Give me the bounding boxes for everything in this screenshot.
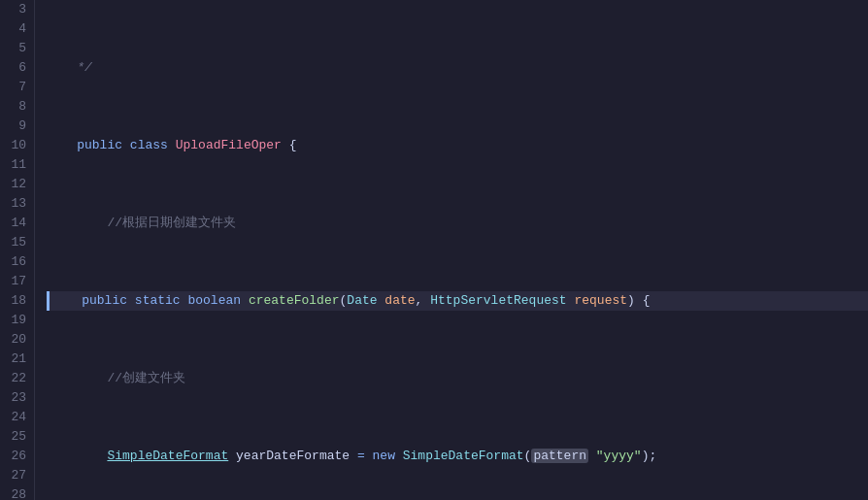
active-line-indicator [47,291,50,311]
code-line: //创建文件夹 [47,369,868,388]
code-line: //根据日期创建文件夹 [47,214,868,233]
code-lines: */ public class UploadFileOper { //根据日期创… [35,0,868,500]
code-line: public class UploadFileOper { [47,136,868,155]
line-numbers: 3 4 5 6 7 8 9 10 11 12 13 14 15 16 17 18… [0,0,35,500]
code-line-active: public static boolean createFolder(Date … [47,291,868,311]
code-line: */ [47,58,868,78]
code-line: SimpleDateFormat yearDateFormate = new S… [47,447,868,466]
code-editor: 3 4 5 6 7 8 9 10 11 12 13 14 15 16 17 18… [0,0,868,500]
